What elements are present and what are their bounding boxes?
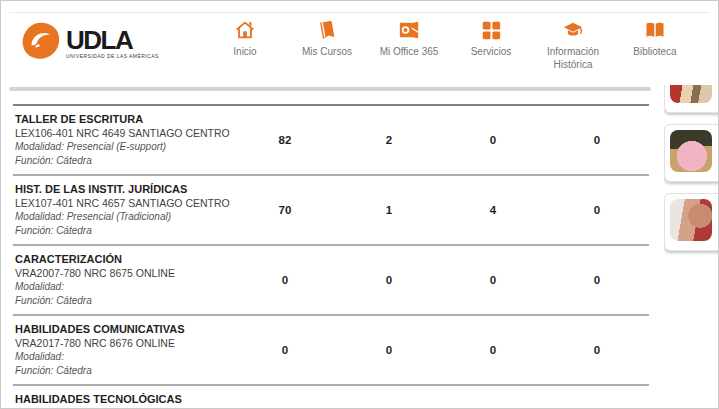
courses-table-wrapper: TALLER DE ESCRITURA LEX106-401 NRC 4649 … — [13, 104, 649, 409]
course-row: HIST. DE LAS INSTIT. JURÍDICAS LEX107-40… — [13, 176, 649, 246]
nav-label: Biblioteca — [633, 45, 676, 58]
promo-card[interactable] — [664, 193, 719, 251]
nav-item-biblioteca[interactable]: Biblioteca — [614, 19, 696, 71]
home-icon — [234, 19, 256, 41]
count-cell: 0 — [233, 274, 337, 286]
course-code: LEX107-401 NRC 4657 SANTIAGO CENTRO — [15, 196, 233, 210]
top-navigation-bar: UDLA UNIVERSIDAD DE LAS AMÉRICAS Inicio — [1, 13, 718, 76]
course-modality: Modalidad: Presencial (Tradicional) — [15, 210, 233, 224]
course-row: TALLER DE ESCRITURA LEX106-401 NRC 4649 … — [13, 106, 649, 176]
count-cell: 0 — [441, 344, 545, 356]
brand-name: UDLA — [66, 28, 159, 52]
course-info: HIST. DE LAS INSTIT. JURÍDICAS LEX107-40… — [15, 182, 233, 237]
nav-item-mi-office-365[interactable]: Mi Office 365 — [368, 19, 450, 71]
book-icon — [316, 19, 338, 41]
nav-item-servicios[interactable]: Servicios — [450, 19, 532, 71]
woman-face-image — [670, 199, 712, 241]
nav-label: Mis Cursos — [302, 45, 352, 58]
nav-label: Inicio — [233, 45, 256, 58]
count-cell: 0 — [545, 274, 649, 286]
nav-label: Servicios — [471, 45, 512, 58]
people-collage-image — [670, 85, 712, 103]
promo-rail — [664, 85, 719, 257]
udla-logo-text: UDLA UNIVERSIDAD DE LAS AMÉRICAS — [66, 28, 159, 59]
nav-item-informacion-historica[interactable]: Información Histórica — [532, 19, 614, 71]
promo-card[interactable] — [664, 85, 719, 113]
horizontal-scrollbar[interactable] — [9, 87, 651, 91]
nav-label: Información Histórica — [532, 45, 614, 71]
udla-logo-icon — [21, 21, 61, 65]
course-code: VRA2007-780 NRC 8675 ONLINE — [15, 266, 233, 280]
course-modality: Modalidad: Presencial (E-support) — [15, 140, 233, 154]
brand-tagline: UNIVERSIDAD DE LAS AMÉRICAS — [66, 53, 159, 59]
course-title: CARACTERIZACIÓN — [15, 252, 233, 266]
course-role: Función: Cátedra — [15, 364, 233, 378]
count-cell: 0 — [337, 344, 441, 356]
course-row: CARACTERIZACIÓN VRA2007-780 NRC 8675 ONL… — [13, 246, 649, 316]
course-role: Función: Cátedra — [15, 154, 233, 168]
count-cell: 0 — [545, 134, 649, 146]
piggy-bank-image — [670, 130, 712, 172]
app-window: UDLA UNIVERSIDAD DE LAS AMÉRICAS Inicio — [0, 0, 719, 409]
course-title: HABILIDADES COMUNICATIVAS — [15, 322, 233, 336]
nav-label: Mi Office 365 — [380, 45, 439, 58]
course-title: HABILIDADES TECNOLÓGICAS — [15, 392, 233, 406]
nav-item-inicio[interactable]: Inicio — [204, 19, 286, 71]
count-cell: 4 — [441, 204, 545, 216]
count-cell: 2 — [337, 134, 441, 146]
course-title: HIST. DE LAS INSTIT. JURÍDICAS — [15, 182, 233, 196]
course-modality: Modalidad: — [15, 280, 233, 294]
grid-icon — [480, 19, 502, 41]
promo-card[interactable] — [664, 124, 719, 182]
count-cell: 70 — [233, 204, 337, 216]
udla-logo[interactable]: UDLA UNIVERSIDAD DE LAS AMÉRICAS — [21, 21, 176, 65]
course-info: HABILIDADES TECNOLÓGICAS VRA2047-780 NRC… — [15, 392, 233, 409]
course-info: CARACTERIZACIÓN VRA2007-780 NRC 8675 ONL… — [15, 252, 233, 307]
open-book-icon — [644, 19, 666, 41]
course-code: VRA2017-780 NRC 8676 ONLINE — [15, 336, 233, 350]
count-cell: 0 — [233, 344, 337, 356]
count-cell: 0 — [545, 344, 649, 356]
count-cell: 0 — [545, 204, 649, 216]
nav-item-mis-cursos[interactable]: Mis Cursos — [286, 19, 368, 71]
course-row: HABILIDADES COMUNICATIVAS VRA2017-780 NR… — [13, 316, 649, 386]
course-modality: Modalidad: — [15, 350, 233, 364]
count-cell: 82 — [233, 134, 337, 146]
count-cell: 0 — [441, 274, 545, 286]
count-cell: 0 — [337, 274, 441, 286]
course-info: HABILIDADES COMUNICATIVAS VRA2017-780 NR… — [15, 322, 233, 377]
main-nav: Inicio Mis Cursos — [176, 13, 700, 71]
courses-table: TALLER DE ESCRITURA LEX106-401 NRC 4649 … — [13, 104, 649, 409]
count-cell: 0 — [441, 134, 545, 146]
count-cell: 1 — [337, 204, 441, 216]
course-role: Función: Cátedra — [15, 224, 233, 238]
course-title: TALLER DE ESCRITURA — [15, 112, 233, 126]
outlook-icon — [398, 19, 420, 41]
course-role: Función: Cátedra — [15, 294, 233, 308]
graduation-cap-icon — [562, 19, 584, 41]
course-info: TALLER DE ESCRITURA LEX106-401 NRC 4649 … — [15, 112, 233, 167]
course-code: LEX106-401 NRC 4649 SANTIAGO CENTRO — [15, 126, 233, 140]
course-row: HABILIDADES TECNOLÓGICAS VRA2047-780 NRC… — [13, 386, 649, 409]
